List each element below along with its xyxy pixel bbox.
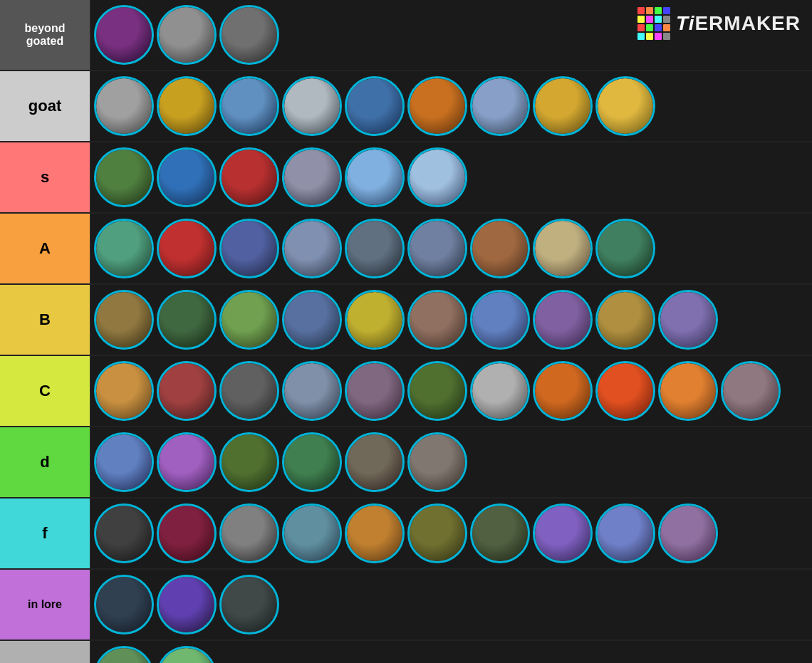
list-item[interactable] bbox=[470, 290, 530, 350]
tier-label-f: f bbox=[0, 498, 91, 568]
tier-row-c: C bbox=[0, 356, 812, 427]
list-item[interactable] bbox=[721, 361, 781, 421]
tier-label-idplay: i didn't play bbox=[0, 641, 91, 663]
list-item[interactable] bbox=[157, 575, 217, 635]
tier-row-s: s bbox=[0, 142, 812, 214]
list-item[interactable] bbox=[219, 575, 279, 635]
list-item[interactable] bbox=[470, 76, 530, 136]
tier-row-b: B bbox=[0, 285, 812, 356]
list-item[interactable] bbox=[157, 503, 217, 563]
list-item[interactable] bbox=[94, 219, 154, 278]
list-item[interactable] bbox=[407, 361, 467, 421]
list-item[interactable] bbox=[282, 76, 342, 136]
list-item[interactable] bbox=[94, 503, 154, 563]
list-item[interactable] bbox=[658, 361, 718, 421]
list-item[interactable] bbox=[219, 76, 279, 136]
tiermaker-logo: TiERMAKER bbox=[637, 7, 801, 40]
list-item[interactable] bbox=[157, 361, 217, 421]
list-item[interactable] bbox=[595, 290, 655, 350]
list-item[interactable] bbox=[345, 361, 405, 421]
list-item[interactable] bbox=[407, 147, 467, 207]
list-item[interactable] bbox=[219, 219, 279, 278]
list-item[interactable] bbox=[94, 290, 154, 350]
tier-items-c bbox=[91, 356, 812, 426]
tier-table: beyondgoated goat bbox=[0, 0, 812, 663]
list-item[interactable] bbox=[282, 290, 342, 350]
list-item[interactable] bbox=[407, 219, 467, 278]
list-item[interactable] bbox=[282, 432, 342, 492]
list-item[interactable] bbox=[157, 219, 217, 278]
list-item[interactable] bbox=[157, 5, 217, 65]
list-item[interactable] bbox=[94, 147, 154, 207]
list-item[interactable] bbox=[157, 432, 217, 492]
tier-label-a: A bbox=[0, 214, 91, 283]
tier-items-d bbox=[91, 427, 812, 497]
tier-items-a bbox=[91, 214, 812, 283]
list-item[interactable] bbox=[533, 503, 593, 563]
logo-text: TiERMAKER bbox=[676, 12, 801, 35]
tier-label-inlore: in lore bbox=[0, 570, 91, 639]
list-item[interactable] bbox=[94, 575, 154, 635]
tier-items-b bbox=[91, 285, 812, 355]
tier-items-inlore bbox=[91, 570, 812, 639]
list-item[interactable] bbox=[470, 219, 530, 278]
list-item[interactable] bbox=[533, 76, 593, 136]
list-item[interactable] bbox=[345, 290, 405, 350]
list-item[interactable] bbox=[157, 646, 217, 663]
list-item[interactable] bbox=[94, 5, 154, 65]
list-item[interactable] bbox=[345, 503, 405, 563]
list-item[interactable] bbox=[658, 290, 718, 350]
list-item[interactable] bbox=[94, 646, 154, 663]
list-item[interactable] bbox=[282, 503, 342, 563]
list-item[interactable] bbox=[282, 361, 342, 421]
list-item[interactable] bbox=[658, 503, 718, 563]
tier-items-goat bbox=[91, 71, 812, 141]
list-item[interactable] bbox=[94, 432, 154, 492]
tier-label-s: s bbox=[0, 142, 91, 212]
tier-row-idplay: i didn't play bbox=[0, 641, 812, 663]
tier-row-d: d bbox=[0, 427, 812, 498]
tier-label-d: d bbox=[0, 427, 91, 497]
list-item[interactable] bbox=[282, 147, 342, 207]
tier-label-goat: goat bbox=[0, 71, 91, 141]
tier-items-idplay bbox=[91, 641, 812, 663]
list-item[interactable] bbox=[94, 361, 154, 421]
tier-label-beyond: beyondgoated bbox=[0, 0, 91, 70]
list-item[interactable] bbox=[345, 432, 405, 492]
tier-items-f bbox=[91, 498, 812, 568]
tier-row-f: f bbox=[0, 498, 812, 570]
list-item[interactable] bbox=[219, 147, 279, 207]
list-item[interactable] bbox=[470, 361, 530, 421]
list-item[interactable] bbox=[533, 361, 593, 421]
list-item[interactable] bbox=[219, 361, 279, 421]
list-item[interactable] bbox=[157, 76, 217, 136]
list-item[interactable] bbox=[219, 5, 279, 65]
list-item[interactable] bbox=[595, 76, 655, 136]
list-item[interactable] bbox=[407, 432, 467, 492]
list-item[interactable] bbox=[407, 503, 467, 563]
list-item[interactable] bbox=[470, 503, 530, 563]
list-item[interactable] bbox=[94, 76, 154, 136]
tier-items-s bbox=[91, 142, 812, 212]
list-item[interactable] bbox=[533, 219, 593, 278]
tier-label-c: C bbox=[0, 356, 91, 426]
list-item[interactable] bbox=[157, 290, 217, 350]
list-item[interactable] bbox=[533, 290, 593, 350]
tier-row-inlore: in lore bbox=[0, 570, 812, 641]
list-item[interactable] bbox=[345, 219, 405, 278]
tier-row-a: A bbox=[0, 214, 812, 285]
tier-label-b: B bbox=[0, 285, 91, 355]
list-item[interactable] bbox=[282, 219, 342, 278]
list-item[interactable] bbox=[407, 290, 467, 350]
list-item[interactable] bbox=[345, 147, 405, 207]
list-item[interactable] bbox=[345, 76, 405, 136]
list-item[interactable] bbox=[595, 361, 655, 421]
list-item[interactable] bbox=[407, 76, 467, 136]
list-item[interactable] bbox=[595, 219, 655, 278]
list-item[interactable] bbox=[219, 432, 279, 492]
list-item[interactable] bbox=[595, 503, 655, 563]
list-item[interactable] bbox=[219, 503, 279, 563]
logo-grid-icon bbox=[637, 7, 670, 40]
list-item[interactable] bbox=[219, 290, 279, 350]
list-item[interactable] bbox=[157, 147, 217, 207]
